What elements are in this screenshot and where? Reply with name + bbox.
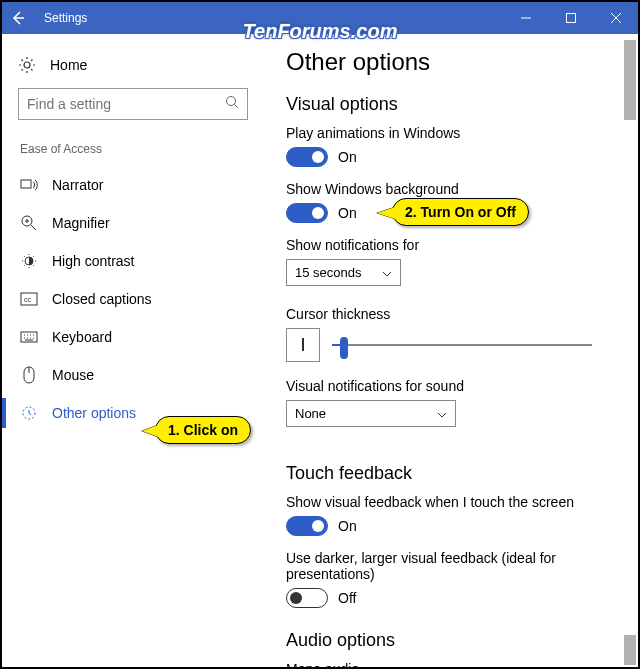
visual-options-header: Visual options <box>286 94 620 115</box>
play-anim-label: Play animations in Windows <box>286 125 620 141</box>
touch-label: Show visual feedback when I touch the sc… <box>286 494 620 510</box>
sidebar-item-magnifier[interactable]: Magnifier <box>18 204 264 242</box>
select-value: 15 seconds <box>295 265 362 280</box>
chevron-down-icon <box>382 265 392 280</box>
show-bg-label: Show Windows background <box>286 181 620 197</box>
mouse-icon <box>20 366 38 384</box>
toggle-state: Off <box>338 590 356 606</box>
sidebar-item-closed-captions[interactable]: cc Closed captions <box>18 280 264 318</box>
cursor-preview: I <box>286 328 320 362</box>
nav-label: Other options <box>52 405 136 421</box>
play-anim-toggle[interactable] <box>286 147 328 167</box>
sidebar-item-keyboard[interactable]: Keyboard <box>18 318 264 356</box>
toggle-state: On <box>338 149 357 165</box>
visual-notif-select[interactable]: None <box>286 400 456 427</box>
narrator-icon <box>20 176 38 194</box>
minimize-button[interactable] <box>503 2 548 34</box>
notif-label: Show notifications for <box>286 237 620 253</box>
cursor-label: Cursor thickness <box>286 306 620 322</box>
touch-toggle[interactable] <box>286 516 328 536</box>
sidebar-item-narrator[interactable]: Narrator <box>18 166 264 204</box>
sidebar-home[interactable]: Home <box>18 48 264 88</box>
close-button[interactable] <box>593 2 638 34</box>
cc-icon: cc <box>20 290 38 308</box>
main-panel: Other options Visual options Play animat… <box>272 34 638 667</box>
nav-label: High contrast <box>52 253 134 269</box>
section-header: Ease of Access <box>18 142 264 156</box>
page-title: Other options <box>286 48 620 76</box>
mono-label: Mono audio <box>286 661 620 667</box>
nav-label: Mouse <box>52 367 94 383</box>
gear-icon <box>18 56 36 74</box>
back-button[interactable] <box>2 2 34 34</box>
callout-2: 2. Turn On or Off <box>392 198 529 226</box>
svg-text:cc: cc <box>24 296 32 303</box>
nav-label: Closed captions <box>52 291 152 307</box>
sidebar: Home Ease of Access Narrator Magnifier H… <box>2 34 272 667</box>
magnifier-icon <box>20 214 38 232</box>
toggle-state: On <box>338 205 357 221</box>
nav-label: Narrator <box>52 177 103 193</box>
nav-label: Magnifier <box>52 215 110 231</box>
darker-toggle[interactable] <box>286 588 328 608</box>
watermark: TenForums.com <box>243 20 398 43</box>
maximize-button[interactable] <box>548 2 593 34</box>
svg-rect-3 <box>21 180 31 188</box>
select-value: None <box>295 406 326 421</box>
svg-point-2 <box>227 97 236 106</box>
svg-rect-0 <box>566 14 575 23</box>
search-box[interactable] <box>18 88 248 120</box>
visual-notif-label: Visual notifications for sound <box>286 378 620 394</box>
notif-select[interactable]: 15 seconds <box>286 259 401 286</box>
audio-header: Audio options <box>286 630 620 651</box>
scroll-thumb[interactable] <box>624 40 636 120</box>
toggle-state: On <box>338 518 357 534</box>
callout-1: 1. Click on <box>155 416 251 444</box>
svg-point-1 <box>24 62 30 68</box>
search-icon <box>225 95 239 113</box>
search-input[interactable] <box>27 96 225 112</box>
cursor-slider[interactable] <box>332 333 592 357</box>
chevron-down-icon <box>437 406 447 421</box>
darker-label: Use darker, larger visual feedback (idea… <box>286 550 620 582</box>
home-label: Home <box>50 57 87 73</box>
keyboard-icon <box>20 328 38 346</box>
sidebar-item-mouse[interactable]: Mouse <box>18 356 264 394</box>
nav-label: Keyboard <box>52 329 112 345</box>
sidebar-item-high-contrast[interactable]: High contrast <box>18 242 264 280</box>
scroll-thumb[interactable] <box>624 635 636 665</box>
contrast-icon <box>20 252 38 270</box>
other-options-icon <box>20 404 38 422</box>
window-title: Settings <box>44 11 87 25</box>
scrollbar[interactable] <box>624 40 636 665</box>
touch-header: Touch feedback <box>286 463 620 484</box>
show-bg-toggle[interactable] <box>286 203 328 223</box>
